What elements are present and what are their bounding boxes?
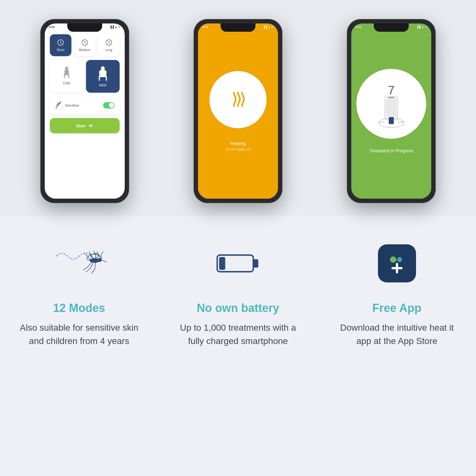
phone3-notch: [374, 23, 409, 32]
heat-circle: [209, 71, 267, 128]
phone3-content: 9:41 ▐▐ ▲ ▪▪ 7: [351, 23, 431, 199]
phone2-content: 9:41 ▐▐ ▲ ▪▪ Heating Do n: [198, 23, 278, 199]
treatment-circle: 7: [356, 69, 426, 139]
modes-title: 12 Modes: [53, 301, 105, 315]
heating-info: Heating Do not apply yet: [225, 141, 251, 151]
phone1-icons: ▐▐ ▲ ▪▪: [110, 25, 120, 29]
long-label: Long: [105, 48, 112, 52]
adult-btn[interactable]: Adult: [86, 60, 120, 93]
app-icon-area: [378, 235, 416, 292]
app-title: Free App: [372, 301, 421, 315]
heat-it-app-icon: [378, 244, 416, 282]
phone3-signal: ▐▐ ▲ ▪▪: [416, 25, 427, 29]
phone2-screen: 9:41 ▐▐ ▲ ▪▪ Heating Do n: [198, 23, 278, 199]
duration-row: Short Medium: [50, 34, 120, 56]
phone2-notch: [221, 23, 255, 32]
adult-label: Adult: [99, 83, 106, 87]
treatment-illustration: 7: [366, 75, 417, 132]
long-clock-icon: [105, 39, 113, 46]
svg-rect-17: [219, 257, 225, 270]
adult-person-icon: [97, 66, 108, 81]
phone3-time: 9:41: [356, 25, 361, 29]
start-button[interactable]: Start: [50, 118, 120, 133]
medium-label: Medium: [79, 48, 90, 52]
app-desc: Download the intuitive heat it app at th…: [334, 321, 460, 348]
features-section: 12 Modes Also suitable for sensitive ski…: [0, 216, 476, 476]
phone2-signal: ▐▐ ▲ ▪▪: [263, 25, 274, 29]
person-row: Child: [50, 60, 120, 93]
treatment-main-label: Treatment in Progress: [369, 148, 413, 153]
battery-icon: [216, 248, 260, 279]
phone3-mockup: 9:41 ▐▐ ▲ ▪▪ 7: [347, 19, 436, 203]
modes-desc: Also suitable for sensitive skin and chi…: [16, 321, 142, 348]
app-logo-svg: [384, 251, 410, 276]
phone2-wrapper: 9:41 ▐▐ ▲ ▪▪ Heating Do n: [163, 19, 313, 203]
heating-sub-label: Do not apply yet: [225, 147, 251, 151]
heating-main-label: Heating: [225, 141, 251, 146]
child-btn[interactable]: Child: [50, 60, 83, 93]
child-label: Child: [63, 82, 70, 85]
mosquito-icon: [50, 238, 108, 289]
short-clock-icon: [57, 39, 64, 46]
medium-btn[interactable]: Medium: [74, 34, 96, 56]
phone1-content: Short Medium: [45, 23, 125, 138]
phone1-wrapper: 9:41 ▐▐ ▲ ▪▪ Short: [10, 19, 160, 203]
svg-rect-10: [389, 117, 394, 124]
long-btn[interactable]: Long: [98, 34, 120, 56]
phone1-mockup: 9:41 ▐▐ ▲ ▪▪ Short: [40, 19, 129, 203]
arrow-right-icon: [88, 123, 93, 128]
feature-battery-card: No own battery Up to 1,000 treatments wi…: [159, 216, 317, 476]
heat-waves-icon: [227, 87, 249, 112]
svg-point-12: [98, 258, 102, 262]
battery-desc: Up to 1,000 treatments with a fully char…: [175, 321, 301, 348]
feature-modes-card: 12 Modes Also suitable for sensitive ski…: [0, 216, 158, 476]
feather-icon: [55, 101, 62, 110]
phone3-wrapper: 9:41 ▐▐ ▲ ▪▪ 7: [316, 19, 466, 203]
sensitive-label-text: Sensitive: [65, 103, 100, 107]
start-label: Start: [76, 123, 86, 128]
main-layout: 9:41 ▐▐ ▲ ▪▪ Short: [0, 0, 476, 476]
sensitive-row: Sensitive: [50, 96, 120, 114]
short-btn[interactable]: Short: [50, 34, 71, 56]
svg-rect-7: [386, 99, 397, 117]
battery-title: No own battery: [197, 301, 279, 315]
phone1-screen: 9:41 ▐▐ ▲ ▪▪ Short: [45, 23, 125, 199]
svg-rect-16: [253, 259, 258, 268]
svg-text:7: 7: [388, 84, 394, 97]
svg-point-19: [397, 257, 402, 262]
phone2-time: 9:41: [202, 25, 208, 29]
phone3-screen: 9:41 ▐▐ ▲ ▪▪ 7: [351, 23, 431, 199]
short-label: Short: [57, 48, 64, 52]
sensitive-toggle[interactable]: [103, 102, 115, 109]
phone2-mockup: 9:41 ▐▐ ▲ ▪▪ Heating Do n: [194, 19, 282, 203]
svg-point-18: [390, 256, 396, 263]
phones-section: 9:41 ▐▐ ▲ ▪▪ Short: [0, 0, 476, 216]
modes-icon-area: [50, 235, 108, 292]
battery-icon-area: [216, 235, 260, 292]
svg-rect-8: [388, 97, 394, 98]
phone1-time: 9:41: [49, 25, 55, 29]
medium-clock-icon: [81, 39, 89, 46]
feature-app-card: Free App Download the intuitive heat it …: [318, 216, 476, 476]
phone1-notch: [67, 23, 102, 32]
child-person-icon: [62, 66, 71, 79]
